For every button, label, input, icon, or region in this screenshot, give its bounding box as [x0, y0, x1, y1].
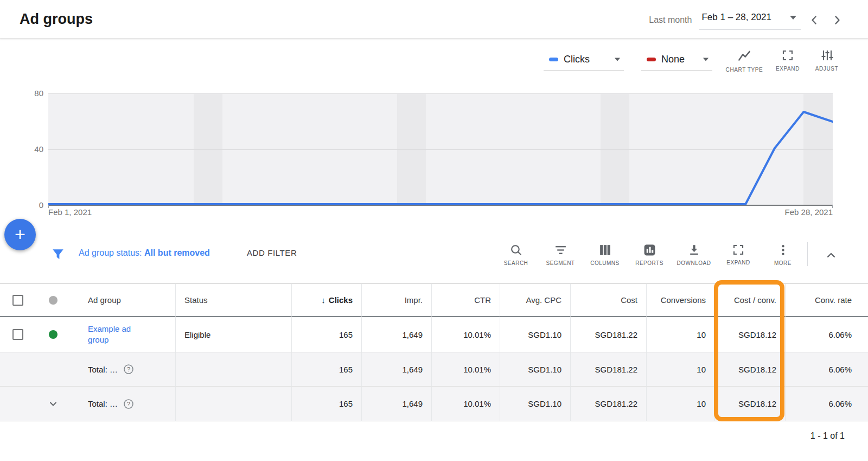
expand-totals-button[interactable] [35, 398, 71, 410]
filter-funnel-icon [51, 247, 65, 261]
chevron-down-icon [47, 398, 59, 410]
x-label-end: Feb 28, 2021 [785, 207, 833, 217]
total2-conversions-cell: 10 [647, 387, 715, 421]
reports-label: REPORTS [635, 260, 663, 266]
dropdown-arrow-icon [615, 58, 620, 61]
next-period-button[interactable] [828, 11, 846, 29]
add-button[interactable]: + [4, 219, 36, 250]
header-ctr[interactable]: CTR [432, 284, 500, 317]
y-tick-40: 40 [16, 144, 43, 154]
header-impressions[interactable]: Impr. [362, 284, 432, 317]
row-ad-group-cell: Example ad group [71, 317, 176, 352]
collapse-table-button[interactable] [820, 244, 842, 266]
segment-icon [554, 243, 567, 257]
ad-group-status-filter-chip[interactable]: Ad group status: All but removed [79, 248, 210, 258]
search-label: SEARCH [504, 260, 528, 266]
header-ad-group[interactable]: Ad group [71, 284, 176, 317]
total2-status-cell [176, 387, 292, 421]
more-label: MORE [774, 260, 792, 266]
help-icon[interactable]: ? [123, 399, 134, 409]
none-series-color-pill [647, 58, 656, 61]
page-title: Ad groups [20, 11, 93, 28]
expand-icon [781, 49, 794, 62]
date-range-selector[interactable]: Feb 1 – 28, 2021 [699, 10, 801, 30]
columns-icon [598, 243, 612, 257]
header-conv-rate[interactable]: Conv. rate [786, 284, 868, 317]
search-icon [509, 243, 523, 257]
row-cost-cell: SGD181.22 [571, 317, 647, 352]
total2-cost-cell: SGD181.22 [571, 387, 647, 421]
columns-button[interactable]: COLUMNS [583, 240, 627, 266]
svg-text:?: ? [127, 366, 130, 372]
secondary-metric-dropdown[interactable]: None [641, 49, 712, 71]
total-label: Total: … [88, 365, 118, 374]
search-button[interactable]: SEARCH [494, 240, 538, 266]
plus-icon: + [15, 225, 25, 243]
help-icon[interactable]: ? [123, 364, 134, 375]
row-checkbox[interactable] [12, 329, 23, 340]
previous-period-button[interactable] [805, 11, 824, 29]
header-status[interactable]: Status [176, 284, 292, 317]
header-cost-per-conv[interactable]: Cost / conv. [715, 284, 786, 317]
total1-ctr-cell: 10.01% [432, 352, 500, 387]
ad-group-link[interactable]: Example ad group [88, 324, 140, 345]
total2-chevron-cell [35, 387, 71, 421]
total2-cost-per-conv-cell: SGD18.12 [715, 387, 786, 421]
table-expand-button[interactable]: EXPAND [716, 240, 761, 266]
select-all-checkbox[interactable] [12, 295, 23, 306]
x-label-start: Feb 1, 2021 [48, 207, 92, 217]
header-conversions[interactable]: Conversions [647, 284, 715, 317]
page-header: Ad groups Last month Feb 1 – 28, 2021 [0, 0, 868, 39]
pagination-status: 1 - 1 of 1 [810, 431, 845, 441]
total1-avg-cpc-cell: SGD1.10 [500, 352, 571, 387]
total1-empty-cell [0, 352, 35, 387]
row-status-cell: Eligible [176, 317, 292, 352]
total-label: Total: … [88, 399, 118, 408]
columns-label: COLUMNS [590, 260, 620, 266]
ad-groups-table: Ad group Status ↓ Clicks Impr. CTR Avg. … [0, 283, 868, 421]
date-range-type: Last month [649, 15, 692, 25]
expand-icon [732, 243, 745, 256]
primary-metric-label: Clicks [564, 54, 609, 65]
clicks-series-color-pill [549, 58, 558, 61]
sort-descending-icon: ↓ [321, 295, 326, 305]
dropdown-arrow-icon [790, 16, 796, 20]
table-toolbar: SEARCH SEGMENT COLUMNS REPORTS [494, 240, 805, 266]
chevron-left-icon [809, 15, 820, 26]
total1-empty-cell [35, 352, 71, 387]
add-filter-button[interactable]: ADD FILTER [247, 248, 297, 257]
row-clicks-cell: 165 [292, 317, 362, 352]
secondary-metric-label: None [661, 54, 697, 65]
header-cost[interactable]: Cost [571, 284, 647, 317]
row-status-dot-cell [35, 317, 71, 352]
total1-conversions-cell: 10 [647, 352, 715, 387]
enabled-status-dot-icon [49, 330, 58, 339]
chevron-right-icon [832, 15, 843, 26]
chart-type-label: CHART TYPE [726, 67, 763, 73]
status-dot-icon [49, 296, 58, 305]
row-conv-rate-cell: 6.06% [786, 317, 868, 352]
dropdown-arrow-icon [703, 58, 709, 61]
row-avg-cpc-cell: SGD1.10 [500, 317, 571, 352]
total1-label-cell: Total: … ? [71, 352, 176, 387]
filter-prefix: Ad group status: [79, 248, 142, 257]
segment-label: SEGMENT [546, 260, 575, 266]
chart-expand-button[interactable]: EXPAND [767, 49, 808, 72]
segment-button[interactable]: SEGMENT [538, 240, 583, 266]
total2-impressions-cell: 1,649 [362, 387, 432, 421]
header-avg-cpc[interactable]: Avg. CPC [500, 284, 571, 317]
primary-metric-dropdown[interactable]: Clicks [544, 49, 624, 71]
chart-adjust-button[interactable]: ADJUST [806, 49, 847, 72]
ad-groups-page: Ad groups Last month Feb 1 – 28, 2021 Cl… [0, 0, 868, 461]
download-icon [687, 243, 701, 257]
total2-label-cell: Total: … ? [71, 387, 176, 421]
row-ctr-cell: 10.01% [432, 317, 500, 352]
chart-expand-label: EXPAND [776, 66, 800, 72]
header-clicks[interactable]: ↓ Clicks [292, 284, 362, 317]
more-button[interactable]: MORE [761, 240, 805, 266]
table-expand-label: EXPAND [726, 260, 750, 266]
total2-clicks-cell: 165 [292, 387, 362, 421]
chart-type-button[interactable]: CHART TYPE [724, 49, 765, 73]
download-button[interactable]: DOWNLOAD [672, 240, 716, 266]
reports-button[interactable]: REPORTS [627, 240, 672, 266]
